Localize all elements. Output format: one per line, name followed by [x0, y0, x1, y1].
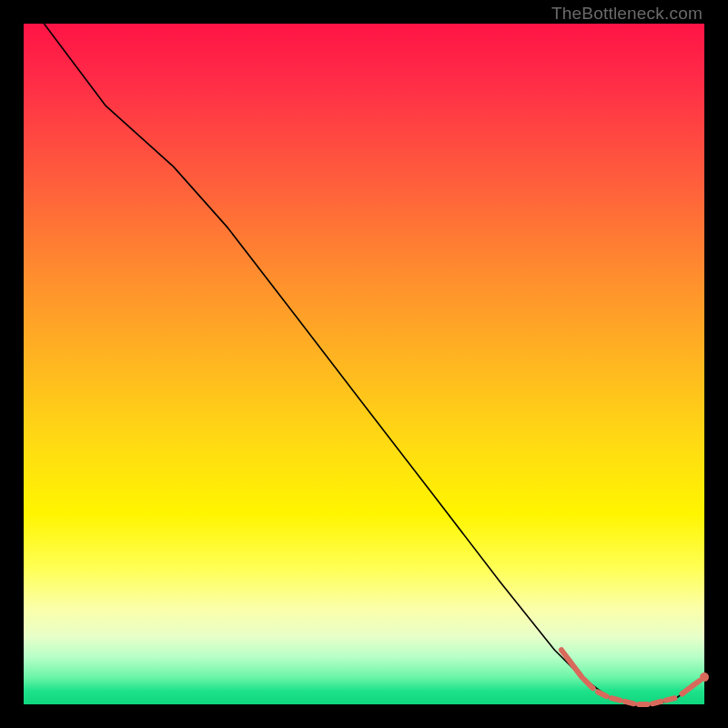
chart-stage: TheBottleneck.com	[0, 0, 728, 728]
marker-dash	[682, 681, 700, 693]
bottleneck-curve	[24, 0, 704, 704]
marker-dash	[612, 698, 621, 700]
watermark-text: TheBottleneck.com	[551, 4, 703, 24]
marker-dash	[598, 692, 607, 696]
marker-layer	[561, 650, 709, 704]
marker-dot	[700, 672, 709, 682]
marker-dash	[561, 650, 582, 677]
marker-dash	[625, 702, 634, 703]
marker-dash	[584, 680, 593, 689]
marker-dash	[666, 698, 675, 700]
marker-dash	[652, 702, 662, 703]
chart-overlay	[24, 24, 704, 704]
